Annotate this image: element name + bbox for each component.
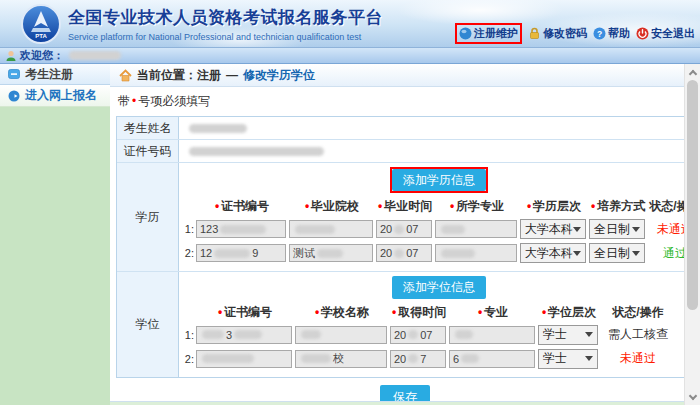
education-row-1: 1: 123 2007 大学本科 全日制 未通过 [181, 219, 697, 239]
sidebar-item-candidate-register[interactable]: 考生注册 [0, 64, 110, 85]
scroll-down-button[interactable] [685, 389, 700, 405]
nav-change-password[interactable]: 修改密码 [528, 26, 587, 41]
site-header: PTA 全国专业技术人员资格考试报名服务平台 Service platform … [0, 0, 700, 48]
row-index: 2: [181, 353, 196, 365]
scrollbar-thumb[interactable] [687, 80, 698, 310]
svg-text:?: ? [597, 29, 602, 39]
nav-register-maintain-label: 注册维护 [474, 26, 518, 41]
breadcrumb-current-link[interactable]: 修改学历学位 [243, 67, 315, 84]
arrow-circle-icon [8, 90, 20, 102]
profile-form-table: 考生姓名 证件号码 学历 添加学历信息 [116, 116, 698, 378]
obtain-date-input[interactable]: 2007 [390, 326, 446, 344]
column-cert-number: •证书编号 [196, 304, 292, 321]
degree-level-select[interactable]: 学士 [538, 349, 598, 369]
id-number-label: 证件号码 [117, 140, 179, 162]
column-training-mode: •培养方式 [589, 198, 645, 215]
obtain-date-input[interactable]: 207 [390, 350, 446, 368]
sidebar-item-enter-registration-label: 进入网上报名 [25, 87, 97, 104]
candidate-name-value [179, 117, 697, 139]
header-links: 注册维护 修改密码 ? 帮助 安全退出 [455, 23, 695, 44]
sidebar-item-enter-registration[interactable]: 进入网上报名 [0, 85, 110, 107]
chevron-down-icon [573, 227, 581, 232]
degree-level-select[interactable]: 学士 [538, 325, 598, 345]
major-input[interactable]: 6 [449, 350, 535, 368]
degree-row-2: 2: 校 207 6 学士 未通过 [181, 349, 697, 369]
column-obtain-date: •取得时间 [390, 304, 446, 321]
lock-icon [528, 27, 541, 40]
required-dot: • [132, 94, 136, 108]
education-level-select[interactable]: 大学本科 [520, 243, 586, 263]
column-degree-level: •学位层次 [538, 304, 598, 321]
cert-number-input[interactable]: 123 [196, 220, 286, 238]
sidebar-item-candidate-register-label: 考生注册 [25, 66, 73, 83]
school-name-input[interactable] [295, 326, 387, 344]
degree-section-label: 学位 [117, 272, 179, 376]
cert-number-input[interactable]: 129 [196, 244, 286, 262]
major-input[interactable] [449, 326, 535, 344]
graduate-school-input[interactable]: 测试 [289, 244, 373, 262]
site-logo-icon: PTA [20, 3, 62, 45]
user-icon [5, 50, 17, 62]
nav-register-maintain[interactable]: 注册维护 [455, 23, 522, 44]
column-status-action: 状态/操作 [601, 304, 675, 321]
annotation-red-box: 添加学历信息 [390, 167, 488, 193]
training-mode-select[interactable]: 全日制 [589, 243, 645, 263]
nav-help-label: 帮助 [608, 26, 630, 41]
svg-text:PTA: PTA [35, 33, 47, 39]
chevron-down-icon [632, 227, 640, 232]
required-fields-note: 带•号项必须填写 [110, 87, 700, 114]
id-number-value [179, 140, 697, 162]
status-text: 需人工核查 [601, 326, 675, 343]
degree-section: 添加学位信息 •证书编号 •学校名称 •取得时间 •专业 •学位层次 状态/操作… [179, 272, 697, 376]
column-major: •所学专业 [435, 198, 517, 215]
column-education-level: •学历层次 [520, 198, 586, 215]
candidate-name-row: 考生姓名 [117, 117, 697, 140]
education-level-select[interactable]: 大学本科 [520, 219, 586, 239]
breadcrumb-location: 当前位置：注册 [137, 67, 221, 84]
training-mode-select[interactable]: 全日制 [589, 219, 645, 239]
graduate-date-input[interactable]: 2007 [376, 244, 432, 262]
chevron-down-icon [688, 391, 696, 399]
scroll-up-button[interactable] [685, 64, 700, 80]
education-section-row: 学历 添加学历信息 •证书编号 •毕业院校 •毕业时间 •所学专业 •学历层次 [117, 163, 697, 272]
chevron-down-icon [585, 332, 593, 337]
chevron-down-icon [632, 251, 640, 256]
sidebar: 考生注册 进入网上报名 [0, 64, 110, 405]
breadcrumb-separator: — [226, 68, 238, 82]
row-index: 2: [181, 247, 196, 259]
cert-number-input[interactable] [196, 350, 292, 368]
nav-logout-label: 安全退出 [651, 26, 695, 41]
site-title: 全国专业技术人员资格考试报名服务平台 [68, 6, 383, 29]
add-degree-button[interactable]: 添加学位信息 [392, 276, 486, 298]
collapse-icon [8, 68, 20, 80]
welcome-bar: 欢迎您： [0, 48, 700, 64]
major-input[interactable] [435, 244, 517, 262]
row-index: 1: [181, 223, 196, 235]
column-school-name: •学校名称 [295, 304, 387, 321]
education-section: 添加学历信息 •证书编号 •毕业院校 •毕业时间 •所学专业 •学历层次 •培养… [179, 163, 697, 271]
graduate-school-input[interactable] [289, 220, 373, 238]
major-input[interactable] [435, 220, 517, 238]
page: PTA 全国专业技术人员资格考试报名服务平台 Service platform … [0, 0, 700, 405]
vertical-scrollbar[interactable] [684, 64, 700, 405]
nav-logout[interactable]: 安全退出 [636, 26, 695, 41]
cert-number-input[interactable]: 3 [196, 326, 292, 344]
status-text: 未通过 [601, 350, 675, 367]
school-name-input[interactable]: 校 [295, 350, 387, 368]
column-major: •专业 [449, 304, 535, 321]
degree-section-row: 学位 添加学位信息 •证书编号 •学校名称 •取得时间 •专业 •学位层次 状态… [117, 272, 697, 376]
chevron-down-icon [573, 251, 581, 256]
education-columns-header: •证书编号 •毕业院校 •毕业时间 •所学专业 •学历层次 •培养方式 状态/操… [181, 198, 697, 215]
required-note-post: 号项必须填写 [138, 94, 210, 108]
graduate-date-input[interactable]: 2007 [376, 220, 432, 238]
column-graduate-date: •毕业时间 [376, 198, 432, 215]
chevron-up-icon [688, 69, 696, 77]
education-section-label: 学历 [117, 163, 179, 271]
welcome-greeting: 欢迎您： [20, 48, 64, 63]
add-education-button[interactable]: 添加学历信息 [392, 169, 486, 191]
education-row-2: 2: 129 测试 2007 大学本科 全日制 通过 [181, 243, 697, 263]
nav-help[interactable]: ? 帮助 [593, 26, 630, 41]
required-note-pre: 带 [118, 94, 130, 108]
column-cert-number: •证书编号 [196, 198, 286, 215]
user-globe-icon [459, 27, 472, 40]
